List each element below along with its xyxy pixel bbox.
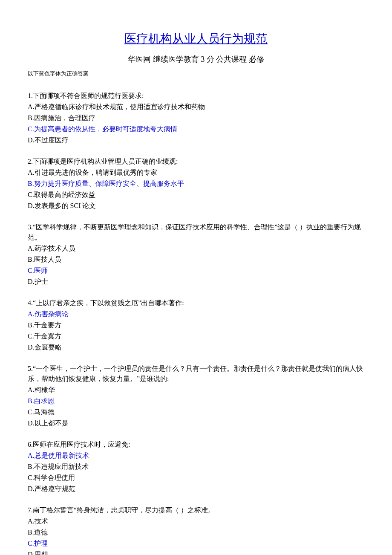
question-block: 7.南丁格尔誓言“终身纯洁，忠贞职守，尽力提高（ ）之标准。A.技术B.道德C.… [28,505,364,555]
answer-note: 以下蓝色字体为正确答案 [28,69,364,78]
option: C.取得最高的经济效益 [28,190,364,200]
option: D.发表最多的 SCI 论文 [28,201,364,211]
question-block: 3.“医学科学规律，不断更新医学理念和知识，保证医疗技术应用的科学性、合理性”这… [28,222,364,287]
option: B.不违规应用新技术 [28,462,364,472]
option: B.千金要方 [28,320,364,330]
option: D.金匮要略 [28,342,364,353]
option-correct: A.总是使用最新技术 [28,451,364,461]
document-subtitle: 华医网 继续医学教育 3 分 公共课程 必修 [28,54,364,65]
option: D.思想 [28,549,364,555]
option-correct: C.医师 [28,266,364,276]
question-block: 1.下面哪项不符合医师的规范行医要求:A.严格遵循临床诊疗和技术规范，使用适宜诊… [28,91,364,145]
questions-container: 1.下面哪项不符合医师的规范行医要求:A.严格遵循临床诊疗和技术规范，使用适宜诊… [28,91,364,555]
question-text: 4.“上以疗君亲之疾，下以救贫贱之厄”出自哪本著作: [28,298,364,308]
option: B.医技人员 [28,254,364,265]
option-correct: C.护理 [28,538,364,549]
option: C.千金翼方 [28,331,364,341]
option: A.药学技术人员 [28,243,364,254]
option: D.不过度医疗 [28,135,364,145]
option: B.因病施治，合理医疗 [28,113,364,123]
option: D.严格遵守规范 [28,484,364,494]
option: C.科学合理使用 [28,473,364,483]
option: B.道德 [28,527,364,538]
document-title: 医疗机构从业人员行为规范 [28,30,364,48]
question-text: 7.南丁格尔誓言“终身纯洁，忠贞职守，尽力提高（ ）之标准。 [28,505,364,515]
option: A.引进最先进的设备，聘请到最优秀的专家 [28,168,364,178]
option-correct: B.白求恩 [28,396,364,406]
question-text: 3.“医学科学规律，不断更新医学理念和知识，保证医疗技术应用的科学性、合理性”这… [28,222,364,243]
option: A.柯棣华 [28,385,364,395]
option: D.以上都不是 [28,418,364,428]
question-text: 5.“一个医生，一个护士，一个护理员的责任是什么？只有一个责任。那责任是什么？那… [28,364,364,384]
question-text: 1.下面哪项不符合医师的规范行医要求: [28,91,364,101]
question-block: 4.“上以疗君亲之疾，下以救贫贱之厄”出自哪本著作:A.伤害杂病论B.千金要方C… [28,298,364,353]
question-block: 2.下面哪项是医疗机构从业管理人员正确的业绩观:A.引进最先进的设备，聘请到最优… [28,156,364,211]
option: C.马海德 [28,407,364,417]
option: D.护士 [28,277,364,287]
option: A.技术 [28,516,364,526]
option-correct: A.伤害杂病论 [28,309,364,319]
question-text: 2.下面哪项是医疗机构从业管理人员正确的业绩观: [28,156,364,167]
question-text: 6.医师在应用医疗技术时，应避免: [28,439,364,450]
question-block: 6.医师在应用医疗技术时，应避免:A.总是使用最新技术B.不违规应用新技术C.科… [28,439,364,494]
option-correct: C.为提高患者的依从性，必要时可适度地夸大病情 [28,124,364,134]
option-correct: B.努力提升医疗质量、保障医疗安全、提高服务水平 [28,179,364,189]
option: A.严格遵循临床诊疗和技术规范，使用适宜诊疗技术和药物 [28,102,364,112]
question-block: 5.“一个医生，一个护士，一个护理员的责任是什么？只有一个责任。那责任是什么？那… [28,364,364,428]
